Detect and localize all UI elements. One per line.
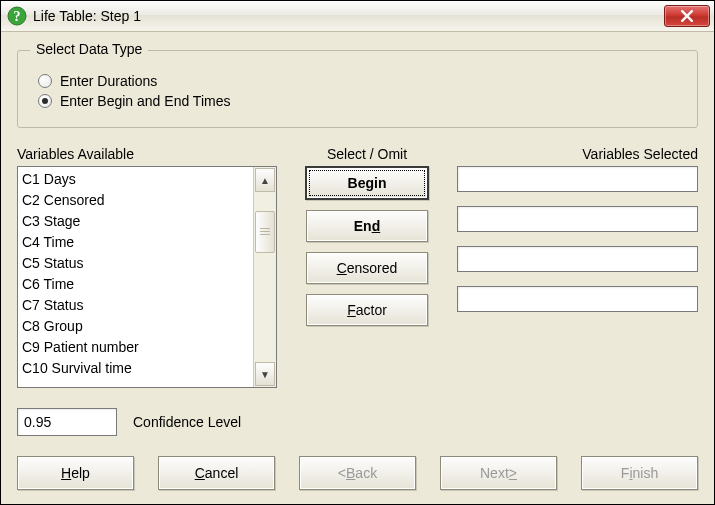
radio-enter-durations[interactable]: Enter Durations: [38, 73, 683, 89]
columns: Variables Available C1 Days C2 Censored …: [17, 146, 698, 388]
list-item[interactable]: C10 Survival time: [22, 358, 249, 379]
groupbox-legend: Select Data Type: [30, 41, 148, 57]
data-type-groupbox: Select Data Type Enter Durations Enter B…: [17, 50, 698, 128]
list-item[interactable]: C7 Status: [22, 295, 249, 316]
factor-field[interactable]: [457, 286, 698, 312]
variables-selected-column: Variables Selected: [457, 146, 698, 326]
button-row: Help Cancel < Back Next > Finish: [17, 456, 698, 490]
end-field[interactable]: [457, 206, 698, 232]
confidence-level-input[interactable]: [17, 408, 117, 436]
selected-fields: [457, 166, 698, 326]
list-item[interactable]: C9 Patient number: [22, 337, 249, 358]
begin-field[interactable]: [457, 166, 698, 192]
scroll-down-button[interactable]: ▼: [255, 362, 275, 386]
select-omit-column: Select / Omit Begin End Censored Factor: [297, 146, 437, 336]
finish-button: Finish: [581, 456, 698, 490]
window-title: Life Table: Step 1: [33, 8, 141, 24]
variables-available-listbox[interactable]: C1 Days C2 Censored C3 Stage C4 Time C5 …: [17, 166, 277, 388]
listbox-items: C1 Days C2 Censored C3 Stage C4 Time C5 …: [18, 167, 253, 387]
help-icon: ?: [7, 6, 27, 26]
list-item[interactable]: C8 Group: [22, 316, 249, 337]
radio-enter-begin-end[interactable]: Enter Begin and End Times: [38, 93, 683, 109]
radio-label: Enter Durations: [60, 73, 157, 89]
list-item[interactable]: C6 Time: [22, 274, 249, 295]
scroll-thumb[interactable]: [255, 211, 275, 253]
scroll-track[interactable]: [255, 193, 275, 361]
help-button[interactable]: Help: [17, 456, 134, 490]
radio-icon: [38, 94, 52, 108]
dialog-window: ? Life Table: Step 1 Select Data Type En…: [0, 0, 715, 505]
censored-button[interactable]: Censored: [306, 252, 428, 284]
begin-button[interactable]: Begin: [305, 166, 429, 200]
list-item[interactable]: C5 Status: [22, 253, 249, 274]
available-label: Variables Available: [17, 146, 277, 162]
close-button[interactable]: [664, 5, 710, 27]
next-button: Next >: [440, 456, 557, 490]
back-button: < Back: [299, 456, 416, 490]
selected-label: Variables Selected: [457, 146, 698, 162]
confidence-row: Confidence Level: [17, 408, 698, 436]
scroll-up-button[interactable]: ▲: [255, 168, 275, 192]
cancel-button[interactable]: Cancel: [158, 456, 275, 490]
list-item[interactable]: C2 Censored: [22, 190, 249, 211]
list-item[interactable]: C1 Days: [22, 169, 249, 190]
select-omit-label: Select / Omit: [297, 146, 437, 162]
radio-icon: [38, 74, 52, 88]
client-area: Select Data Type Enter Durations Enter B…: [1, 32, 714, 504]
confidence-level-label: Confidence Level: [133, 414, 241, 430]
scrollbar[interactable]: ▲ ▼: [253, 167, 276, 387]
titlebar: ? Life Table: Step 1: [1, 1, 714, 32]
list-item[interactable]: C4 Time: [22, 232, 249, 253]
list-item[interactable]: C3 Stage: [22, 211, 249, 232]
variables-available-column: Variables Available C1 Days C2 Censored …: [17, 146, 277, 388]
radio-label: Enter Begin and End Times: [60, 93, 230, 109]
close-icon: [681, 10, 693, 22]
end-button[interactable]: End: [306, 210, 428, 242]
factor-button[interactable]: Factor: [306, 294, 428, 326]
censored-field[interactable]: [457, 246, 698, 272]
svg-text:?: ?: [14, 9, 21, 24]
